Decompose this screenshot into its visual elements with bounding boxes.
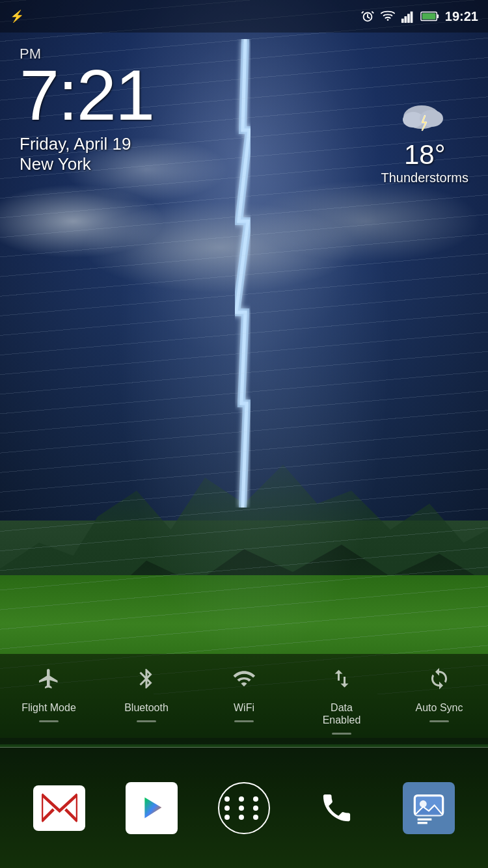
svg-line-2 [368,17,370,18]
qs-flight-mode-label: Flight Mode [21,701,76,714]
dot-4 [224,806,230,811]
status-bar: ⚡ 19:21 [0,0,488,33]
status-left: ⚡ [10,9,24,23]
qs-bluetooth-label: Bluetooth [124,701,169,714]
dock-playstore[interactable] [116,772,187,844]
usb-icon: ⚡ [10,9,24,23]
qs-flight-indicator [39,720,59,722]
dot-5 [239,806,244,811]
phone-icon [310,782,362,834]
wifi-status-icon [380,9,396,23]
alarm-icon [360,9,375,23]
clock-ampm: PM [20,46,154,62]
playstore-icon [126,782,178,834]
svg-rect-11 [437,14,439,18]
clock-widget: PM 7:21 Friday, April 19 New York [20,46,154,174]
qs-data[interactable]: DataEnabled [299,667,384,735]
signal-icon [401,9,415,23]
weather-temp: 18° [381,139,469,170]
clock-date: Friday, April 19 [20,134,154,154]
dot-6 [253,806,258,811]
weather-condition: Thunderstorms [381,170,469,185]
dot-2 [239,796,244,802]
svg-rect-7 [404,16,407,23]
battery-icon [420,10,440,23]
svg-line-4 [372,12,373,14]
qs-bluetooth[interactable]: Bluetooth [104,667,189,722]
data-icon [330,667,353,696]
status-time: 19:21 [445,9,478,24]
wifi-qs-icon [231,667,257,696]
dock-messaging[interactable] [393,772,465,844]
clock-time: 7:21 [20,59,154,131]
drawer-icon [218,782,270,834]
dot-8 [239,815,244,820]
drawer-dots [224,796,264,820]
dot-1 [224,796,230,802]
bluetooth-icon [135,667,158,696]
qs-wifi[interactable]: WiFi [202,667,286,722]
weather-icon [399,98,451,137]
svg-rect-8 [407,14,410,23]
dot-9 [253,815,258,820]
qs-wifi-label: WiFi [234,701,254,714]
svg-point-5 [386,19,388,21]
clock-location: New York [20,154,154,174]
qs-auto-sync[interactable]: Auto Sync [397,667,481,722]
dock-phone[interactable] [301,772,372,844]
sync-icon [427,667,451,696]
svg-rect-6 [401,19,404,23]
gmail-icon [33,785,85,831]
dot-7 [224,815,230,820]
qs-sync-indicator [429,720,449,722]
messaging-icon [403,782,455,834]
qs-wifi-indicator [234,720,254,722]
dock-app-drawer[interactable] [208,772,280,844]
qs-bt-indicator [137,720,156,722]
dot-3 [253,796,258,802]
dock [0,748,488,868]
dock-gmail[interactable] [23,772,95,844]
qs-data-indicator [332,733,351,735]
weather-widget: 18° Thunderstorms [381,98,469,185]
qs-flight-mode[interactable]: Flight Mode [7,667,91,722]
svg-rect-12 [422,13,436,19]
svg-line-3 [362,12,364,14]
quick-settings-bar: Flight Mode Bluetooth WiFi DataEnabled [0,654,488,744]
qs-data-label: DataEnabled [323,701,361,726]
svg-rect-9 [411,12,413,23]
qs-autosync-label: Auto Sync [416,701,463,714]
lightning-bolt [224,39,264,508]
status-right: 19:21 [360,9,478,24]
flight-mode-icon [37,667,61,696]
